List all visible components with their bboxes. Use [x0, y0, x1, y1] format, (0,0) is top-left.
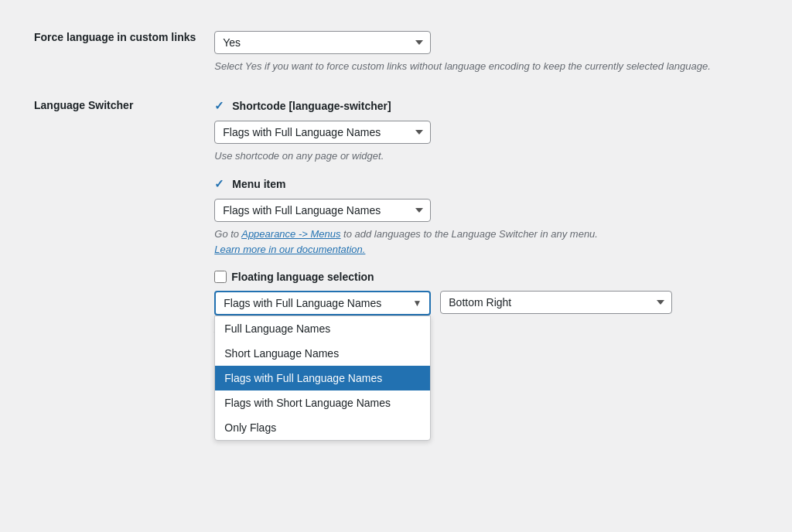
floating-dropdown-container: Flags with Full Language Names ▼ Full La… [214, 291, 431, 315]
menu-item-help: Go to Appearance -> Menus to add languag… [214, 227, 717, 257]
floating-checkbox[interactable] [214, 271, 227, 283]
shortcode-checkbox-row: ✓ Shortcode [language-switcher] [214, 99, 758, 113]
language-switcher-field: ✓ Shortcode [language-switcher] Flags wi… [205, 87, 767, 363]
menu-item-select[interactable]: Flags with Full Language Names Full Lang… [214, 199, 431, 222]
position-select[interactable]: Bottom Right Bottom Left Top Right Top L… [440, 291, 672, 314]
shortcode-help: Use shortcode on any page or widget. [214, 148, 717, 164]
force-language-label: Force language in custom links [25, 19, 205, 87]
force-language-field: Yes No Select Yes if you want to force c… [205, 19, 767, 87]
language-switcher-row: Language Switcher ✓ Shortcode [language-… [25, 87, 767, 363]
floating-option-full-names[interactable]: Full Language Names [215, 316, 430, 341]
force-language-help: Select Yes if you want to force custom l… [214, 59, 717, 74]
floating-checkbox-row: Floating language selection [214, 271, 758, 283]
shortcode-label: Shortcode [language-switcher] [232, 100, 391, 112]
menu-item-section: ✓ Menu item Flags with Full Language Nam… [214, 177, 758, 257]
appearance-menus-link[interactable]: Appearance -> Menus [241, 228, 340, 240]
shortcode-section: ✓ Shortcode [language-switcher] Flags wi… [214, 99, 758, 164]
documentation-link[interactable]: Learn more in our documentation. [214, 244, 365, 255]
menu-item-help-text1: Go to [214, 228, 241, 240]
floating-option-short-names[interactable]: Short Language Names [215, 341, 430, 366]
settings-table: Force language in custom links Yes No Se… [25, 19, 767, 413]
floating-dropdown-menu: Full Language Names Short Language Names… [214, 315, 431, 441]
menu-item-checkmark: ✓ [214, 177, 224, 191]
force-language-select-wrapper: Yes No [214, 31, 431, 54]
menu-item-select-wrapper: Flags with Full Language Names Full Lang… [214, 199, 431, 222]
floating-option-only-flags[interactable]: Only Flags [215, 415, 430, 440]
force-language-row: Force language in custom links Yes No Se… [25, 19, 767, 87]
settings-page: Force language in custom links Yes No Se… [0, 0, 792, 431]
menu-item-checkbox-row: ✓ Menu item [214, 177, 758, 191]
position-select-wrapper: Bottom Right Bottom Left Top Right Top L… [440, 291, 672, 314]
language-switcher-label: Language Switcher [25, 87, 205, 363]
shortcode-select-wrapper: Flags with Full Language Names Full Lang… [214, 121, 431, 144]
floating-section: Floating language selection Flags with F… [214, 271, 758, 337]
floating-dropdown-value: Flags with Full Language Names [224, 297, 381, 309]
menu-item-label: Menu item [232, 178, 285, 190]
shortcode-select[interactable]: Flags with Full Language Names Full Lang… [214, 121, 431, 144]
floating-option-flags-short[interactable]: Flags with Short Language Names [215, 390, 430, 415]
menu-item-help-text2: to add languages to the Language Switche… [341, 228, 598, 240]
floating-dropdown-button[interactable]: Flags with Full Language Names ▼ [214, 291, 431, 315]
chevron-down-icon: ▼ [412, 298, 422, 309]
shortcode-checkmark: ✓ [214, 99, 224, 113]
floating-label: Floating language selection [231, 271, 374, 283]
force-language-select[interactable]: Yes No [214, 31, 431, 54]
floating-option-flags-full[interactable]: Flags with Full Language Names [215, 366, 430, 390]
floating-controls-row: Flags with Full Language Names ▼ Full La… [214, 291, 758, 315]
